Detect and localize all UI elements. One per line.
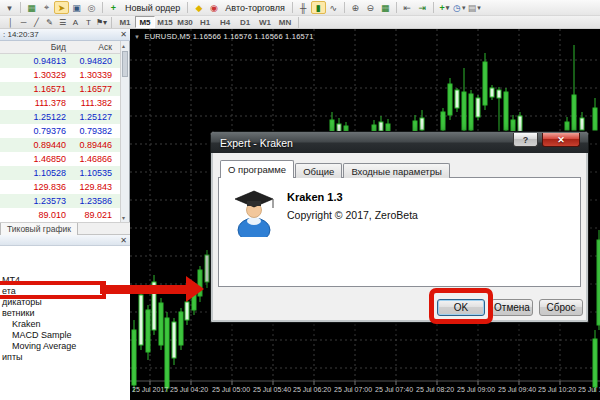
new-order-button[interactable]: Новый ордер xyxy=(121,3,184,13)
window-layout-icon[interactable]: ▣ xyxy=(69,1,84,14)
quote-row[interactable]: 0.948130.94820 xyxy=(0,54,121,68)
timeframe-button-m1[interactable]: M1 xyxy=(115,16,135,28)
timeframe-button-m30[interactable]: M30 xyxy=(175,16,195,28)
help-button[interactable]: ? xyxy=(513,133,538,147)
quote-row[interactable]: 1.303291.30339 xyxy=(0,68,121,82)
dialog-titlebar[interactable]: Expert - Kraken ? ✕ xyxy=(211,132,588,153)
candle xyxy=(179,308,183,350)
dialog-tab[interactable]: Общие xyxy=(295,163,342,178)
navigator-item[interactable]: ипты xyxy=(2,351,23,362)
avatar-collar xyxy=(247,217,261,225)
new-order-icon[interactable]: + xyxy=(106,1,121,14)
trendline-tool-icon[interactable]: ╱ xyxy=(30,16,43,28)
cursor-icon[interactable]: ➤ xyxy=(54,1,69,14)
label-tool-icon[interactable]: T xyxy=(82,16,95,28)
zoom-in-icon[interactable]: ⊕ xyxy=(348,1,363,14)
ask-value: 1.30339 xyxy=(66,70,116,80)
navigator-item[interactable]: MACD Sample xyxy=(12,329,72,340)
quote-row[interactable]: 1.235731.23586 xyxy=(0,194,121,208)
arrows-tool-icon[interactable]: ⚑▾ xyxy=(95,16,108,28)
quote-row[interactable]: 1.105281.10535 xyxy=(0,166,121,180)
auto-trading-button[interactable]: Авто-торговля xyxy=(221,3,288,13)
scroll-up-icon[interactable]: ▴ xyxy=(122,42,125,49)
cancel-button[interactable]: Отмена xyxy=(491,299,533,316)
templates-icon[interactable]: ▤▾ xyxy=(467,1,482,14)
ask-value: 129.843 xyxy=(66,182,116,192)
scrollbar[interactable]: ▴ ▾ xyxy=(120,41,129,222)
zoom-window-icon[interactable]: ◎ xyxy=(84,1,99,14)
shift-end-icon[interactable]: ⇤ xyxy=(400,1,415,14)
toolbar-separator xyxy=(396,2,397,13)
bid-value: 129.836 xyxy=(0,182,66,192)
chart-symbol: EURUSD,M5 xyxy=(144,32,190,41)
close-icon[interactable]: ✕ xyxy=(120,30,127,39)
vline-tool-icon[interactable]: │ xyxy=(4,16,17,28)
dialog-tab[interactable]: Входные параметры xyxy=(343,163,449,178)
time-axis-label: 25 Jul 11:00 xyxy=(578,386,600,393)
close-icon[interactable]: ✕ xyxy=(120,236,127,245)
timeframe-button-h1[interactable]: H1 xyxy=(195,16,215,28)
quote-row[interactable]: 89.01089.021 xyxy=(0,208,121,222)
scroll-thumb[interactable] xyxy=(122,51,128,77)
quote-row[interactable]: 129.836129.843 xyxy=(0,180,121,194)
candle xyxy=(132,320,136,392)
navigator-item-kraken[interactable]: Kraken xyxy=(12,318,41,329)
candle xyxy=(146,305,150,360)
timeframe-button-w1[interactable]: W1 xyxy=(255,16,275,28)
timeframe-button-m5[interactable]: M5 xyxy=(135,16,155,28)
quote-row[interactable]: 1.468501.46866 xyxy=(0,152,121,166)
overflow-caret-icon[interactable]: ▾ xyxy=(2,1,17,14)
auto-trading-icon[interactable]: ◉ xyxy=(206,1,221,14)
dialog-tab[interactable]: О программе xyxy=(220,160,294,178)
quote-row[interactable]: 1.165711.16577 xyxy=(0,82,121,96)
time-axis-label: 25 Jul 06:20 xyxy=(293,386,331,393)
tile-windows-icon[interactable]: ▦ xyxy=(378,1,393,14)
quote-row[interactable]: 111.378111.382 xyxy=(0,96,121,110)
timeframe-toolbar: M1M5M15M30H1H4D1W1MN xyxy=(115,16,295,28)
text-tool-icon[interactable]: A xyxy=(69,16,82,28)
quote-row[interactable]: 0.793760.79382 xyxy=(0,124,121,138)
hline-tool-icon[interactable]: ─ xyxy=(17,16,30,28)
auto-scroll-icon[interactable]: ⇥ xyxy=(415,1,430,14)
market-watch-icon[interactable]: ▦ xyxy=(24,1,39,14)
fibo-tool-icon[interactable]: ☰ xyxy=(56,16,69,28)
zoom-out-icon[interactable]: ⊖ xyxy=(363,1,378,14)
ask-value: 1.23586 xyxy=(66,196,116,206)
ask-value: 0.94820 xyxy=(66,56,116,66)
scroll-down-icon[interactable]: ▾ xyxy=(122,214,125,221)
chart-menu-icon[interactable]: ▼ xyxy=(134,34,140,40)
timeframe-button-m15[interactable]: M15 xyxy=(155,16,175,28)
timeframe-button-d1[interactable]: D1 xyxy=(235,16,255,28)
dialog-body: О программеОбщиеВходные параметры Kraken… xyxy=(211,153,588,322)
bid-value: 0.94813 xyxy=(0,56,66,66)
crosshair-icon[interactable]: ⌖ xyxy=(39,1,54,14)
toolbar-separator xyxy=(433,2,434,13)
navigator-item[interactable]: ветники xyxy=(2,307,34,318)
quote-row[interactable]: 0.894400.89446 xyxy=(0,138,121,152)
dialog-tabs: О программеОбщиеВходные параметры xyxy=(218,160,581,178)
quote-row[interactable]: 1.251221.25127 xyxy=(0,110,121,124)
timeframe-button-h4[interactable]: H4 xyxy=(215,16,235,28)
close-button[interactable]: ✕ xyxy=(542,133,580,147)
line-chart-icon[interactable]: ∿ xyxy=(326,1,341,14)
time-axis: 25 Jul 201725 Jul 04:2025 Jul 05:0025 Ju… xyxy=(130,384,600,400)
toolbar-row2: │─╱✎☰AT⚑▾ M1M5M15M30H1H4D1W1MN xyxy=(0,16,600,29)
bar-chart-icon[interactable]: ╫ xyxy=(296,1,311,14)
dropdown-caret-icon: ▾ xyxy=(462,4,466,12)
navigator-titlebar[interactable]: ✕ xyxy=(0,235,130,246)
time-axis-label: 25 Jul 05:00 xyxy=(212,386,250,393)
reset-button[interactable]: Сброс xyxy=(539,299,583,316)
tab-tick-chart[interactable]: Тиковый график xyxy=(0,223,78,235)
navigator-item[interactable]: Moving Average xyxy=(12,340,76,351)
bid-value: 0.89440 xyxy=(0,140,66,150)
pencil-tool-icon[interactable]: ✎ xyxy=(43,16,56,28)
periods-icon[interactable]: ◷▾ xyxy=(452,1,467,14)
send-icon[interactable]: ◆ xyxy=(191,1,206,14)
ask-value: 1.25127 xyxy=(66,112,116,122)
market-watch-titlebar[interactable]: : 14:20:37 ✕ xyxy=(0,29,130,41)
candle xyxy=(580,112,584,130)
candle-chart-icon[interactable]: ▮ xyxy=(311,1,326,14)
indicators-icon[interactable]: +▾ xyxy=(437,1,452,14)
timeframe-button-mn[interactable]: MN xyxy=(275,16,295,28)
candle xyxy=(172,318,176,365)
